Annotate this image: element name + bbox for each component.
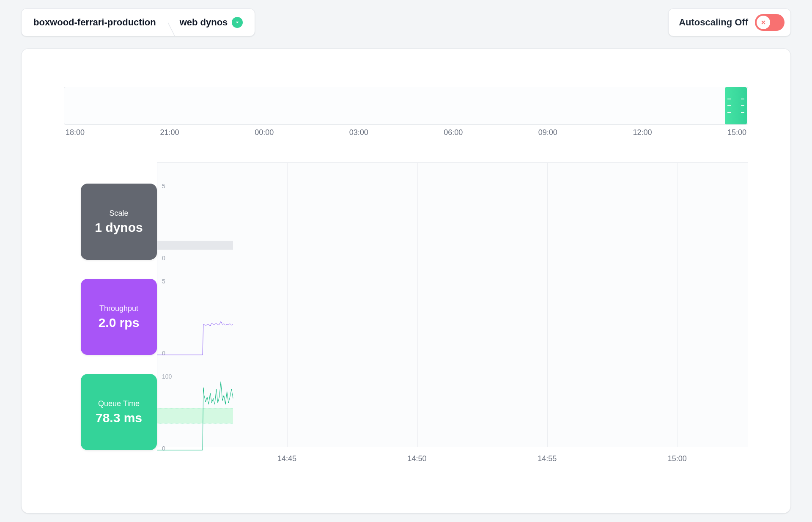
autoscaling-label: Autoscaling Off [679,17,748,28]
overview-tick: 09:00 [538,128,557,137]
chart-scale [157,184,233,260]
tile-throughput-value: 2.0 rps [99,316,140,330]
overview-tick: 21:00 [160,128,179,137]
tile-scale[interactable]: Scale 1 dynos [81,184,157,260]
overview-tick: 00:00 [255,128,274,137]
breadcrumb-page-label: web dynos [180,17,228,28]
overview-brush-handle[interactable] [725,87,747,124]
grip-icon [727,99,731,113]
metrics-card: 18:0021:0000:0003:0006:0009:0012:0015:00… [21,48,791,514]
chart-queue [157,374,233,450]
detail-tick: 14:55 [538,454,557,463]
tile-queue[interactable]: Queue Time 78.3 ms [81,374,157,450]
autoscaling-control: Autoscaling Off [668,8,791,36]
breadcrumb-app[interactable]: boxwood-ferrari-production [22,9,168,36]
tile-scale-label: Scale [109,209,128,218]
close-icon [757,16,770,29]
detail-tick: 14:50 [408,454,427,463]
breadcrumb: boxwood-ferrari-production web dynos [21,8,255,36]
detail-charts: Scale 1 dynos 5 0 Throughput 2.0 rps 5 0… [64,162,748,467]
overview-tick: 12:00 [633,128,652,137]
chart-throughput [157,279,233,355]
overview-tick: 15:00 [727,128,746,137]
tile-queue-label: Queue Time [98,399,140,408]
overview-ticks: 18:0021:0000:0003:0006:0009:0012:0015:00 [64,128,748,137]
overview-tick: 03:00 [349,128,368,137]
tile-throughput-label: Throughput [99,304,138,313]
chart-background [157,162,748,447]
breadcrumb-page[interactable]: web dynos [168,9,255,36]
breadcrumb-app-label: boxwood-ferrari-production [33,17,156,28]
overview-timeline[interactable] [64,87,748,125]
tile-throughput[interactable]: Throughput 2.0 rps [81,279,157,355]
detail-ticks: 14:4514:5014:5515:00 [157,450,748,467]
svg-rect-0 [157,241,233,250]
tile-queue-value: 78.3 ms [96,411,142,425]
svg-rect-1 [157,408,233,423]
detail-tick: 15:00 [668,454,687,463]
chevron-down-icon[interactable] [232,17,243,28]
overview-tick: 18:00 [66,128,85,137]
autoscaling-toggle[interactable] [755,14,785,31]
detail-tick: 14:45 [277,454,296,463]
overview-tick: 06:00 [444,128,463,137]
grip-icon [741,99,744,113]
tile-scale-value: 1 dynos [95,220,143,235]
